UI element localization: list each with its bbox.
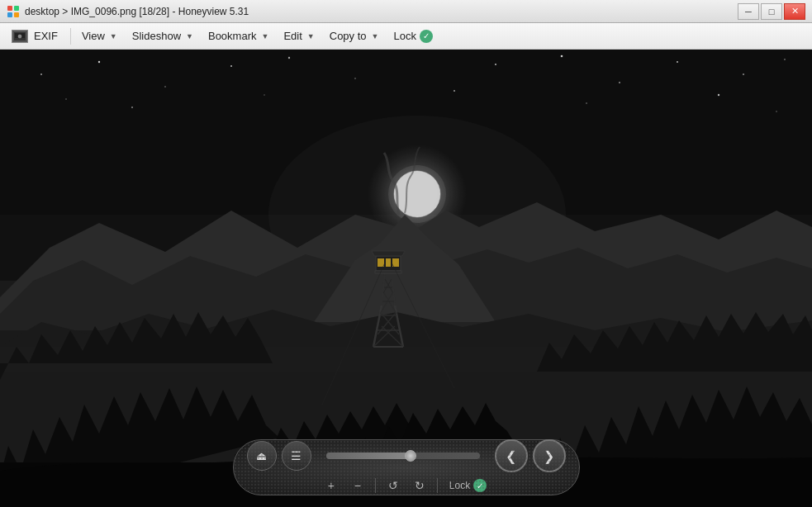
next-icon: ❯ [544,448,554,464]
toolbar-lock-button[interactable]: Lock ✓ [444,477,491,494]
bookmark-label: Bookmark [208,30,257,42]
svg-point-14 [288,57,290,59]
bookmark-menu[interactable]: Bookmark ▼ [202,26,275,47]
rotate-right-icon: ↻ [415,479,425,492]
exif-button[interactable]: EXIF [3,26,66,47]
svg-point-12 [164,86,166,88]
svg-point-13 [230,65,232,67]
toolbar-divider-1 [375,478,376,493]
lock-label: Lock [393,30,415,42]
svg-point-15 [354,78,356,79]
menu-separator-1 [70,28,71,45]
slideshow-label: Slideshow [132,30,181,42]
edit-menu[interactable]: Edit ▼ [277,26,321,47]
menu-icon: ☰ [291,449,302,462]
svg-point-26 [586,102,587,104]
menu-button[interactable]: ☰ [282,441,311,471]
window-controls: ─ □ ✕ [738,3,805,20]
eject-icon: ⏏ [256,449,267,462]
svg-point-27 [718,94,719,96]
rotate-right-button[interactable]: ↻ [409,476,430,495]
toolbar-lock-check-icon: ✓ [473,479,487,492]
svg-point-11 [98,61,100,63]
svg-point-17 [561,55,563,58]
image-area: ⏏ ☰ ❮ ❯ + − [0,50,812,507]
edit-label: Edit [283,30,302,42]
toolbar-divider-2 [437,478,438,493]
view-menu[interactable]: View ▼ [75,26,124,47]
toolbar-top-row: ⏏ ☰ ❮ ❯ [247,439,566,472]
menubar: EXIF View ▼ Slideshow ▼ Bookmark ▼ Edit … [0,23,812,50]
svg-point-22 [65,98,67,100]
copyto-menu[interactable]: Copy to ▼ [323,26,386,47]
rotate-left-icon: ↺ [388,479,398,492]
exif-icon [12,30,28,43]
maximize-button[interactable]: □ [761,3,782,20]
view-arrow: ▼ [110,32,117,40]
window-title: desktop > IMG_0096.png [18/28] - Honeyvi… [25,6,738,17]
svg-point-18 [619,82,620,83]
prev-icon: ❮ [506,448,516,464]
view-label: View [82,30,105,42]
edit-arrow: ▼ [307,32,315,40]
zoom-in-icon: + [328,479,335,492]
zoom-slider[interactable] [326,453,480,459]
slideshow-menu[interactable]: Slideshow ▼ [126,26,200,47]
svg-point-28 [776,111,777,112]
svg-point-10 [40,73,42,75]
slider-thumb[interactable] [405,450,416,462]
next-button[interactable]: ❯ [533,439,566,472]
bottom-toolbar: ⏏ ☰ ❮ ❯ + − [233,439,580,495]
svg-rect-0 [7,6,12,11]
eject-button[interactable]: ⏏ [247,441,277,471]
svg-rect-57 [375,271,401,273]
svg-point-20 [743,73,744,75]
app-icon [7,5,20,18]
svg-point-25 [453,90,455,92]
zoom-out-button[interactable]: − [347,476,368,495]
prev-button[interactable]: ❮ [495,439,528,472]
scene-image [0,50,812,507]
svg-rect-3 [14,12,19,17]
slideshow-arrow: ▼ [186,32,193,40]
svg-point-16 [495,64,496,65]
svg-point-6 [18,35,21,38]
toolbar-lock-label: Lock [449,480,470,491]
toolbar-bottom-row: + − ↺ ↻ Lock ✓ [247,476,566,495]
rotate-left-button[interactable]: ↺ [382,476,404,495]
svg-marker-56 [372,251,405,256]
svg-rect-1 [14,6,19,11]
minimize-button[interactable]: ─ [738,3,759,20]
lock-menu[interactable]: Lock ✓ [387,26,439,47]
zoom-in-button[interactable]: + [321,476,342,495]
exif-label: EXIF [34,30,58,42]
svg-rect-2 [7,12,12,17]
close-button[interactable]: ✕ [784,3,805,20]
slider-fill [326,453,411,459]
svg-point-23 [131,107,133,108]
svg-point-21 [784,59,786,60]
lock-check-icon: ✓ [420,30,433,43]
svg-rect-53 [378,258,384,267]
zoom-out-icon: − [354,479,361,492]
svg-point-24 [264,94,264,95]
svg-rect-54 [386,258,391,267]
copyto-arrow: ▼ [372,32,379,40]
svg-point-19 [677,61,678,63]
copyto-label: Copy to [330,30,367,42]
bookmark-arrow: ▼ [262,32,269,40]
titlebar: desktop > IMG_0096.png [18/28] - Honeyvi… [0,0,812,23]
